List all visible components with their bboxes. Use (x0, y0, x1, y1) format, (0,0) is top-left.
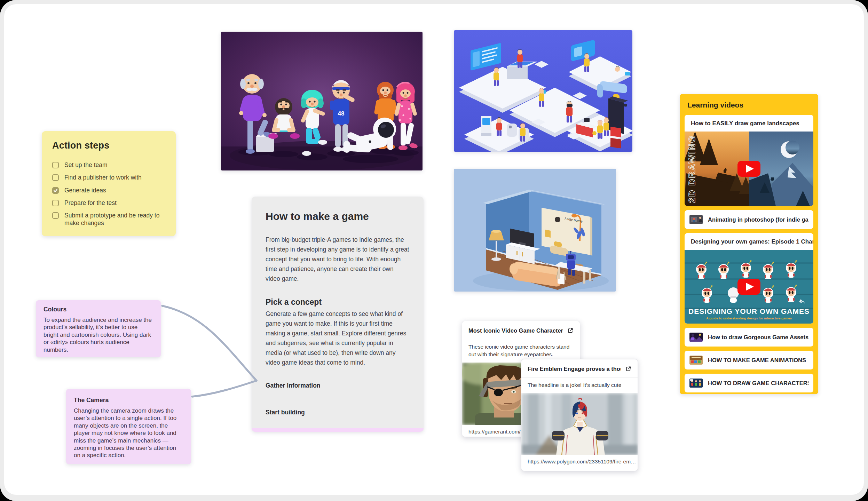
video-title: HOW TO MAKE GAME ANIMATIONS (708, 357, 806, 364)
checkbox[interactable] (52, 212, 59, 219)
external-link-icon[interactable] (625, 365, 631, 372)
document-intro: From big-budget triple-A games to indie … (266, 235, 410, 284)
video-card-landscapes[interactable]: How to EASILY draw game landscapes 2D DR… (685, 115, 813, 206)
checkbox[interactable] (52, 162, 59, 168)
video-thumbnail-2d-drawing: 2D DRAWING (685, 132, 813, 206)
play-button (737, 279, 760, 295)
checklist-label: Prepare for the test (64, 199, 117, 207)
fire-emblem-preview-image (521, 393, 638, 455)
video-thumbnail-designing: DESIGNING YOUR OWN GAMES A guide to unde… (685, 250, 813, 324)
how-to-make-a-game-document[interactable]: How to make a game From big-budget tripl… (252, 197, 424, 432)
checklist-label: Find a publisher to work with (64, 174, 142, 181)
note-title: Colours (44, 306, 153, 313)
camera-note[interactable]: The Camera Changing the camera zoom draw… (66, 389, 191, 464)
panel-title: Learning videos (687, 101, 813, 109)
section-heading: Pick a concept (266, 297, 410, 307)
link-title: Fire Emblem Engage proves a thousa… (528, 366, 621, 372)
link-title: Most Iconic Video Game Characters … (468, 327, 563, 334)
action-steps-note[interactable]: Action steps Set up the team Find a publ… (42, 131, 176, 236)
link-description: The headline is a joke! It’s actually cu… (521, 377, 638, 393)
note-title: Action steps (52, 140, 165, 151)
video-row-draw-characters[interactable]: HOW TO DRAW GAME CHARACTERS (685, 374, 813, 392)
play-button (737, 161, 760, 177)
checklist-label: Submit a prototype and be ready to make … (64, 212, 165, 227)
external-link-icon[interactable] (567, 327, 574, 334)
video-card-designing[interactable]: Designing your own games: Episode 1 Char… (685, 233, 813, 324)
checklist-item: Set up the team (52, 161, 165, 169)
video-title: How to draw Gorgeous Game Assets (708, 334, 808, 341)
note-body: Changing the camera zoom draws the user’… (74, 407, 183, 459)
video-thumbnail-icon (689, 215, 703, 224)
video-row-gorgeous-assets[interactable]: How to draw Gorgeous Game Assets (685, 328, 813, 347)
video-title: Designing your own games: Episode 1 Char… (685, 233, 813, 250)
learning-videos-panel[interactable]: Learning videos How to EASILY draw game … (680, 94, 818, 394)
team-characters-image[interactable]: 48 (221, 32, 423, 170)
link-url: https://www.polygon.com/23351109/fire-em… (521, 455, 638, 468)
checkbox[interactable] (52, 200, 59, 206)
designing-title-text: DESIGNING YOUR OWN GAMES (688, 307, 810, 315)
checklist-item: Submit a prototype and be ready to make … (52, 212, 165, 227)
checkbox[interactable] (52, 174, 59, 181)
video-title: HOW TO DRAW GAME CHARACTERS (708, 380, 808, 387)
jersey-number-text: 48 (338, 110, 345, 117)
isometric-room-image[interactable]: I stay home (454, 169, 616, 292)
checkbox[interactable] (52, 187, 59, 194)
thumbnail-2d-drawing-text: 2D DRAWING (687, 135, 697, 203)
designing-subtitle-text: A guide to understanding design for inte… (706, 316, 792, 320)
note-title: The Camera (74, 397, 183, 404)
colours-note[interactable]: Colours To expand the audience and incre… (36, 300, 161, 357)
checklist-label: Generate ideas (64, 187, 106, 194)
document-title: How to make a game (266, 210, 410, 222)
checklist-item: Find a publisher to work with (52, 174, 165, 181)
heading-gather-information: Gather information (266, 382, 410, 389)
section-body: Generate a few game concepts to see what… (266, 309, 410, 367)
video-title: Animating in photoshop (for indie ga… (708, 216, 808, 223)
note-body: To expand the audience and increase the … (44, 316, 153, 353)
checklist-item: Generate ideas (52, 187, 165, 194)
video-row-animating[interactable]: Animating in photoshop (for indie ga… (685, 210, 813, 229)
heading-start-building: Start building (266, 409, 410, 416)
video-title: How to EASILY draw game landscapes (685, 115, 813, 132)
gameplay-highlighted-row[interactable]: Gameplay (252, 428, 424, 432)
polygon-link-card[interactable]: Fire Emblem Engage proves a thousa… The … (521, 359, 638, 471)
kiosk (481, 116, 491, 136)
video-thumbnail-icon (689, 333, 703, 342)
video-row-make-animations[interactable]: HOW TO MAKE GAME ANIMATIONS (685, 351, 813, 369)
checklist-item: Prepare for the test (52, 199, 165, 207)
isometric-office-image[interactable] (454, 30, 632, 152)
video-thumbnail-icon (689, 379, 703, 388)
video-thumbnail-icon (689, 356, 703, 365)
checklist-label: Set up the team (64, 161, 108, 169)
